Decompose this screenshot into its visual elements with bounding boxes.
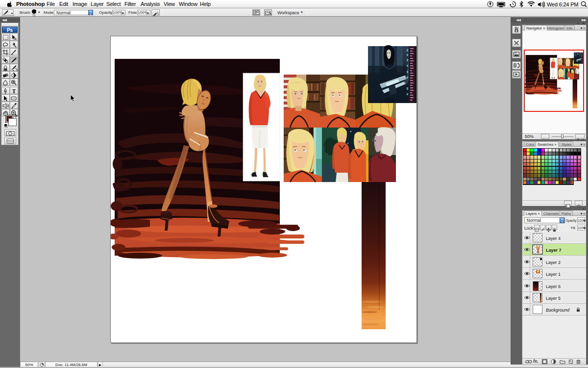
svg-text:T: T (12, 88, 16, 94)
